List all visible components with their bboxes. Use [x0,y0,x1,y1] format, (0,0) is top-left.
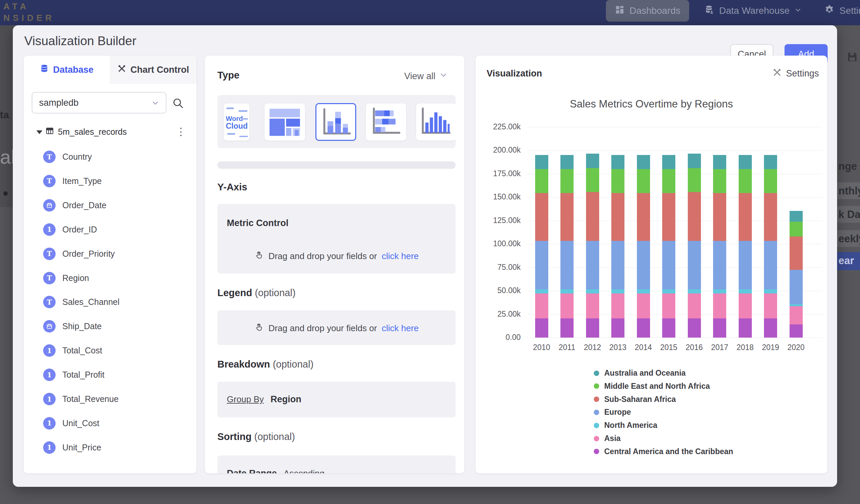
modal-title: Visualization Builder [24,34,137,48]
number-field-icon: 1 [43,344,56,357]
tab-database[interactable]: Database [24,56,110,84]
bar-2016[interactable] [688,127,701,337]
nav-data-warehouse[interactable]: Data Warehouse [704,0,802,21]
bar-segment [764,193,777,241]
background-left-text-small: ta [0,109,9,120]
bar-segment [535,318,548,337]
tap-hand-icon [254,322,263,334]
bar-2015[interactable] [662,127,675,337]
field-row-ship_date[interactable]: Ship_Date [24,319,197,335]
bar-segment [739,193,752,241]
bar-segment [560,155,574,169]
database-search-input[interactable] [32,92,167,114]
chart-type-stacked-bar[interactable] [366,103,406,141]
table-tree-row[interactable]: 5m_sales_records ⋮ [24,125,197,141]
metric-control-title: Metric Control [227,218,288,228]
tab-chart-control[interactable]: Chart Control [110,56,197,84]
view-all-dropdown[interactable]: View all [404,70,448,82]
bar-2010[interactable] [535,127,548,337]
y-tick-label: 50.00k [475,286,521,295]
bar-segment [560,193,574,241]
bar-2018[interactable] [739,127,752,337]
bar-segment [764,318,777,337]
x-tick-label: 2014 [630,343,657,352]
bar-segment [586,318,599,337]
bar-2013[interactable] [611,127,625,337]
legend-item-middle-east-and-north-africa[interactable]: Middle East and North Africa [594,382,710,391]
field-row-order_date[interactable]: Order_Date [24,198,197,214]
number-field-icon: 1 [43,417,56,430]
field-name: Sales_Channel [62,297,120,307]
group-by-label[interactable]: Group By [227,394,264,405]
legend-item-sub-saharan-africa[interactable]: Sub-Saharan Africa [594,395,676,404]
type-section-title: Type [217,70,240,81]
chart-type-column[interactable] [416,103,456,141]
bar-segment [688,154,701,168]
date-field-icon [43,320,56,332]
visualization-panel: Visualization Settings Sales Metrics Ove… [475,56,827,473]
bar-2019[interactable] [764,127,777,337]
type-selector-scrollbar[interactable] [217,161,456,169]
field-row-region[interactable]: TRegion [24,271,197,287]
visualization-title: Visualization [487,68,542,79]
legend-label: Middle East and North Africa [604,382,710,391]
field-row-total_cost[interactable]: 1Total_Cost [24,343,197,359]
sorting-direction-value[interactable]: Ascending [284,468,325,473]
field-row-item_type[interactable]: TItem_Type [24,173,197,190]
legend-label: Europe [604,408,631,417]
bar-segment [611,289,625,294]
chart-type-treemap[interactable] [264,103,305,141]
sorting-field-label[interactable]: Date Range [227,468,277,473]
breakdown-dropzone[interactable]: Group By Region [217,382,456,417]
field-name: Order_ID [62,225,97,234]
group-by-value[interactable]: Region [271,394,302,405]
number-field-icon: 1 [43,224,56,236]
bar-segment [739,241,752,289]
field-row-order_priority[interactable]: TOrder_Priority [24,246,197,262]
field-row-unit_price[interactable]: 1Unit_Price [24,440,197,456]
legend-item-north-america[interactable]: North America [594,421,658,430]
metric-control-dropzone[interactable]: Metric Control Drag and drop your fields… [217,204,456,274]
legend-item-australia-and-oceania[interactable]: Australia and Oceania [594,369,686,378]
nav-dashboards[interactable]: Dashboards [606,0,689,21]
bar-2017[interactable] [713,127,726,337]
legend-item-europe[interactable]: Europe [594,408,631,417]
legend-item-central-america-and-the-caribbean[interactable]: Central America and the Caribbean [594,447,733,456]
search-icon[interactable] [172,97,184,111]
legend-item-asia[interactable]: Asia [594,434,621,443]
bar-segment [637,193,650,241]
field-row-sales_channel[interactable]: TSales_Channel [24,294,197,311]
field-row-unit_cost[interactable]: 1Unit_Cost [24,416,197,432]
visualization-settings-button[interactable]: Settings [772,68,819,80]
bar-segment [662,169,675,193]
chart-type-word-cloud[interactable]: WordCloud [224,103,250,141]
field-row-total_profit[interactable]: 1Total_Profit [24,367,197,384]
chart-type-stacked-column[interactable] [315,103,356,141]
field-row-country[interactable]: TCountry [24,149,197,165]
field-row-order_id[interactable]: 1Order_ID [24,222,197,238]
x-tick-label: 2010 [528,343,555,352]
field-row-total_revenue[interactable]: 1Total_Revenue [24,391,197,408]
y-tick-label: 150.00k [475,192,521,201]
bar-2011[interactable] [560,127,574,337]
bar-2014[interactable] [637,127,650,337]
bar-2020[interactable] [790,127,803,337]
nav-settings[interactable]: Settings [824,0,860,21]
search-chevron-down-icon[interactable] [151,99,160,109]
brand-logo: ATA NSIDER [3,1,55,24]
legend-dropzone[interactable]: Drag and drop your fields or click here [217,310,456,345]
bar-segment [535,293,548,318]
bar-segment [560,293,574,318]
metric-click-here-link[interactable]: click here [382,251,419,261]
bar-2012[interactable] [586,127,599,337]
bar-segment [764,289,777,294]
table-kebab-menu-icon[interactable]: ⋮ [176,126,186,138]
field-name: Total_Revenue [62,394,119,404]
database-icon [40,64,49,75]
legend-click-here-link[interactable]: click here [382,323,419,333]
bar-segment [790,304,803,306]
sorting-dropzone[interactable]: Date Range Ascending [217,456,456,473]
date-field-icon [43,199,56,212]
field-name: Item_Type [62,176,102,186]
collapse-caret-icon[interactable] [37,130,42,134]
